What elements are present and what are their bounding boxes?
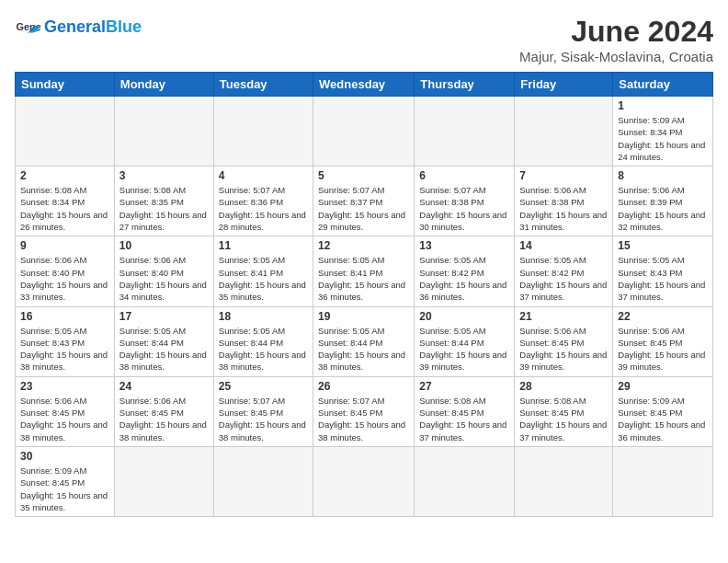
weekday-header-friday: Friday	[515, 73, 613, 97]
calendar-cell: 23Sunrise: 5:06 AM Sunset: 8:45 PM Dayli…	[16, 376, 115, 446]
calendar-table: SundayMondayTuesdayWednesdayThursdayFrid…	[15, 72, 713, 517]
day-info: Sunrise: 5:06 AM Sunset: 8:38 PM Dayligh…	[519, 184, 608, 233]
day-number: 19	[318, 310, 409, 323]
day-number: 16	[20, 310, 109, 323]
calendar-cell: 25Sunrise: 5:07 AM Sunset: 8:45 PM Dayli…	[213, 376, 313, 446]
day-info: Sunrise: 5:06 AM Sunset: 8:45 PM Dayligh…	[519, 325, 608, 373]
calendar-cell: 9Sunrise: 5:06 AM Sunset: 8:40 PM Daylig…	[16, 236, 115, 306]
day-number: 14	[519, 239, 608, 252]
week-row-5: 23Sunrise: 5:06 AM Sunset: 8:45 PM Dayli…	[16, 376, 713, 446]
day-info: Sunrise: 5:05 AM Sunset: 8:43 PM Dayligh…	[20, 325, 109, 373]
day-info: Sunrise: 5:06 AM Sunset: 8:40 PM Dayligh…	[20, 254, 109, 303]
day-number: 1	[618, 99, 708, 112]
calendar-cell: 16Sunrise: 5:05 AM Sunset: 8:43 PM Dayli…	[16, 306, 115, 376]
day-number: 9	[20, 239, 109, 252]
title-area: June 2024 Majur, Sisak-Moslavina, Croati…	[519, 15, 713, 64]
day-number: 29	[618, 380, 708, 393]
weekday-header-saturday: Saturday	[613, 73, 713, 97]
day-info: Sunrise: 5:07 AM Sunset: 8:45 PM Dayligh…	[318, 395, 409, 443]
day-info: Sunrise: 5:06 AM Sunset: 8:45 PM Dayligh…	[618, 325, 708, 373]
day-number: 21	[519, 310, 608, 323]
calendar-cell	[415, 97, 515, 167]
calendar-cell	[16, 97, 115, 167]
calendar-cell: 26Sunrise: 5:07 AM Sunset: 8:45 PM Dayli…	[313, 376, 415, 446]
logo: General GeneralBlue	[15, 15, 142, 40]
calendar-cell	[515, 97, 613, 167]
calendar-cell: 24Sunrise: 5:06 AM Sunset: 8:45 PM Dayli…	[114, 376, 213, 446]
calendar-cell: 10Sunrise: 5:06 AM Sunset: 8:40 PM Dayli…	[114, 236, 213, 306]
weekday-header-monday: Monday	[114, 73, 213, 97]
day-number: 22	[618, 310, 708, 323]
day-info: Sunrise: 5:05 AM Sunset: 8:44 PM Dayligh…	[318, 325, 409, 373]
calendar-cell: 5Sunrise: 5:07 AM Sunset: 8:37 PM Daylig…	[313, 167, 415, 236]
day-info: Sunrise: 5:06 AM Sunset: 8:45 PM Dayligh…	[20, 395, 109, 443]
calendar-cell	[313, 446, 415, 516]
calendar-cell: 11Sunrise: 5:05 AM Sunset: 8:41 PM Dayli…	[213, 236, 313, 306]
day-number: 12	[318, 239, 409, 252]
day-info: Sunrise: 5:05 AM Sunset: 8:41 PM Dayligh…	[219, 254, 308, 303]
day-number: 15	[618, 239, 708, 252]
logo-icon: General	[15, 15, 40, 40]
calendar-cell	[415, 446, 515, 516]
calendar-cell: 17Sunrise: 5:05 AM Sunset: 8:44 PM Dayli…	[114, 306, 213, 376]
week-row-4: 16Sunrise: 5:05 AM Sunset: 8:43 PM Dayli…	[16, 306, 713, 376]
week-row-2: 2Sunrise: 5:08 AM Sunset: 8:34 PM Daylig…	[16, 167, 713, 236]
calendar-cell	[515, 446, 613, 516]
month-title: June 2024	[519, 15, 713, 49]
day-number: 6	[419, 169, 509, 182]
calendar-cell: 6Sunrise: 5:07 AM Sunset: 8:38 PM Daylig…	[415, 167, 515, 236]
day-number: 7	[519, 169, 608, 182]
day-number: 17	[119, 310, 209, 323]
weekday-header-row: SundayMondayTuesdayWednesdayThursdayFrid…	[16, 73, 713, 97]
day-info: Sunrise: 5:08 AM Sunset: 8:35 PM Dayligh…	[119, 184, 209, 233]
day-info: Sunrise: 5:05 AM Sunset: 8:43 PM Dayligh…	[618, 254, 708, 303]
day-info: Sunrise: 5:05 AM Sunset: 8:42 PM Dayligh…	[419, 254, 509, 303]
calendar-cell	[114, 446, 213, 516]
day-info: Sunrise: 5:07 AM Sunset: 8:45 PM Dayligh…	[219, 395, 308, 443]
calendar-cell: 29Sunrise: 5:09 AM Sunset: 8:45 PM Dayli…	[613, 376, 713, 446]
calendar-cell: 3Sunrise: 5:08 AM Sunset: 8:35 PM Daylig…	[114, 167, 213, 236]
day-info: Sunrise: 5:06 AM Sunset: 8:40 PM Dayligh…	[119, 254, 209, 303]
logo-text: GeneralBlue	[44, 18, 142, 37]
calendar-cell: 13Sunrise: 5:05 AM Sunset: 8:42 PM Dayli…	[415, 236, 515, 306]
day-info: Sunrise: 5:05 AM Sunset: 8:44 PM Dayligh…	[119, 325, 209, 373]
day-info: Sunrise: 5:07 AM Sunset: 8:36 PM Dayligh…	[219, 184, 308, 233]
calendar-cell	[213, 446, 313, 516]
day-number: 23	[20, 380, 109, 393]
day-number: 18	[219, 310, 308, 323]
day-number: 11	[219, 239, 308, 252]
header: General GeneralBlue June 2024 Majur, Sis…	[15, 15, 713, 64]
day-number: 4	[219, 169, 308, 182]
weekday-header-thursday: Thursday	[415, 73, 515, 97]
calendar-cell: 20Sunrise: 5:05 AM Sunset: 8:44 PM Dayli…	[415, 306, 515, 376]
day-number: 26	[318, 380, 409, 393]
day-info: Sunrise: 5:09 AM Sunset: 8:45 PM Dayligh…	[20, 465, 109, 513]
calendar-cell: 19Sunrise: 5:05 AM Sunset: 8:44 PM Dayli…	[313, 306, 415, 376]
day-info: Sunrise: 5:05 AM Sunset: 8:44 PM Dayligh…	[419, 325, 509, 373]
week-row-3: 9Sunrise: 5:06 AM Sunset: 8:40 PM Daylig…	[16, 236, 713, 306]
day-info: Sunrise: 5:05 AM Sunset: 8:42 PM Dayligh…	[519, 254, 608, 303]
day-info: Sunrise: 5:09 AM Sunset: 8:34 PM Dayligh…	[618, 114, 708, 163]
calendar-cell: 15Sunrise: 5:05 AM Sunset: 8:43 PM Dayli…	[613, 236, 713, 306]
day-number: 8	[618, 169, 708, 182]
day-number: 3	[119, 169, 209, 182]
day-number: 20	[419, 310, 509, 323]
calendar-cell: 22Sunrise: 5:06 AM Sunset: 8:45 PM Dayli…	[613, 306, 713, 376]
day-info: Sunrise: 5:08 AM Sunset: 8:45 PM Dayligh…	[519, 395, 608, 443]
calendar-cell: 7Sunrise: 5:06 AM Sunset: 8:38 PM Daylig…	[515, 167, 613, 236]
calendar-cell: 18Sunrise: 5:05 AM Sunset: 8:44 PM Dayli…	[213, 306, 313, 376]
day-info: Sunrise: 5:07 AM Sunset: 8:38 PM Dayligh…	[419, 184, 509, 233]
day-info: Sunrise: 5:05 AM Sunset: 8:41 PM Dayligh…	[318, 254, 409, 303]
day-number: 28	[519, 380, 608, 393]
day-info: Sunrise: 5:08 AM Sunset: 8:34 PM Dayligh…	[20, 184, 109, 233]
calendar-cell: 27Sunrise: 5:08 AM Sunset: 8:45 PM Dayli…	[415, 376, 515, 446]
calendar-cell	[313, 97, 415, 167]
day-number: 2	[20, 169, 109, 182]
calendar-cell: 8Sunrise: 5:06 AM Sunset: 8:39 PM Daylig…	[613, 167, 713, 236]
calendar-cell	[213, 97, 313, 167]
calendar-cell: 4Sunrise: 5:07 AM Sunset: 8:36 PM Daylig…	[213, 167, 313, 236]
day-number: 5	[318, 169, 409, 182]
day-info: Sunrise: 5:06 AM Sunset: 8:45 PM Dayligh…	[119, 395, 209, 443]
calendar-cell: 1Sunrise: 5:09 AM Sunset: 8:34 PM Daylig…	[613, 97, 713, 167]
weekday-header-tuesday: Tuesday	[213, 73, 313, 97]
